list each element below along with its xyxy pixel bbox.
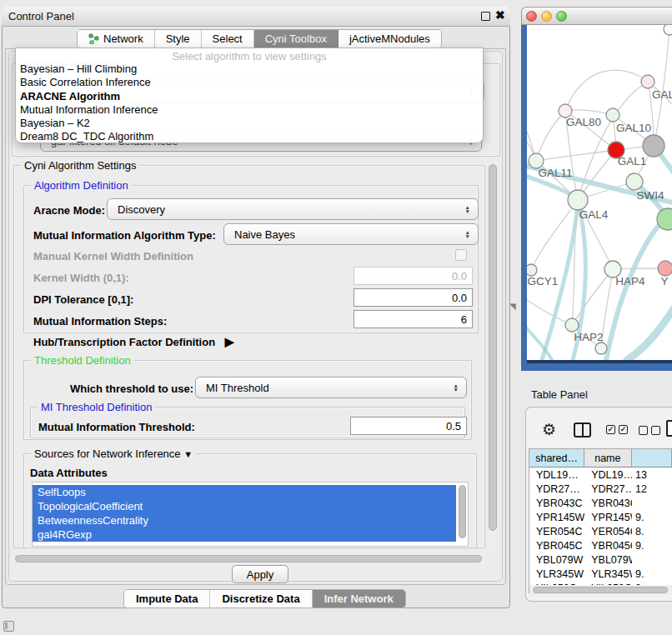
tab-cyni-toolbox[interactable]: Cyni Toolbox — [254, 30, 339, 48]
algorithm-option[interactable]: ARACNE Algorithm — [16, 90, 483, 103]
tab-select[interactable]: Select — [202, 30, 254, 48]
column-header-shared…[interactable]: shared… — [529, 449, 584, 467]
node-hap2[interactable] — [565, 318, 579, 332]
table-row[interactable]: YDL19…YDL19…13 — [529, 468, 672, 482]
node-top-cut[interactable] — [664, 25, 672, 35]
attribute-item-selected[interactable]: BetweennessCentrality — [33, 513, 456, 528]
network-edge[interactable] — [536, 150, 616, 161]
bottom-tab-discretize-data[interactable]: Discretize Data — [210, 590, 312, 608]
apply-button[interactable]: Apply — [232, 565, 288, 583]
bottom-tab-bar: Impute DataDiscretize DataInfer Network — [123, 589, 406, 608]
window-zoom-traffic-icon[interactable] — [556, 11, 567, 22]
node-bottom-cut[interactable] — [595, 342, 607, 354]
node-salmon-cut[interactable] — [658, 261, 672, 276]
unchecked-box-icon — [639, 426, 648, 435]
mi-steps-field[interactable] — [354, 310, 473, 328]
attribute-item-selected[interactable]: gal4RGexp — [33, 528, 456, 542]
settings-hscroll-thumb[interactable] — [15, 555, 482, 562]
window-minimize-traffic-icon[interactable] — [541, 11, 552, 22]
expand-right-icon[interactable]: ▶ — [225, 335, 234, 348]
table-cell: 12 — [632, 482, 672, 496]
sources-group-title[interactable]: Sources for Network Inference ▼ — [31, 448, 196, 460]
network-canvas[interactable]: GALGAL80GAL10GAL1GAL11SWI4GAL4GCY1HAP4YH… — [527, 25, 672, 360]
table-row[interactable]: YLR345WYLR345W9. — [529, 567, 672, 581]
network-edge[interactable] — [536, 111, 565, 161]
kernel-width-field[interactable] — [354, 267, 473, 285]
window-close-traffic-icon[interactable] — [526, 11, 537, 22]
network-edge[interactable] — [572, 269, 613, 325]
network-frame-shadow — [527, 360, 672, 363]
tab-style[interactable]: Style — [155, 30, 202, 48]
hub-section-toggle[interactable]: Hub/Transcription Factor Definition ▶ — [33, 335, 234, 348]
table-row[interactable]: YBR045CYBR045C9. — [529, 538, 672, 552]
algorithm-option[interactable]: Mutual Information Inference — [16, 103, 483, 117]
table-cell: YPR145W — [584, 510, 632, 524]
table-row[interactable]: YPR145WYPR145W9. — [529, 510, 672, 524]
minimized-panel-icon[interactable] — [3, 621, 14, 632]
collapse-down-icon[interactable]: ▼ — [183, 449, 193, 459]
node-gal4-label: GAL4 — [579, 208, 609, 221]
bottom-tab-impute-data[interactable]: Impute Data — [124, 590, 210, 608]
combo-arrows-icon: ▲▼ — [465, 230, 470, 238]
table-hscroll-thumb[interactable] — [533, 587, 668, 593]
attribute-list-scrollbar[interactable] — [459, 485, 466, 538]
table-row[interactable]: YER054CYER054C8. — [529, 524, 672, 538]
network-edge[interactable] — [654, 29, 669, 146]
sash-collapse-icon[interactable]: ◥ — [509, 302, 516, 311]
table-cell: YLR345W — [584, 567, 632, 581]
node-swi4[interactable] — [626, 173, 643, 190]
tab-label: Style — [166, 32, 190, 45]
attribute-item-selected[interactable]: TopologicalCoefficient — [33, 499, 456, 513]
settings-vscroll-thumb[interactable] — [489, 164, 497, 531]
table-settings-gear-icon[interactable]: ⚙ — [542, 420, 556, 439]
combo-arrows-icon: ▲▼ — [465, 205, 470, 213]
kernel-width-label: Kernel Width (0,1): — [33, 272, 129, 284]
node-gal-cut[interactable] — [641, 75, 654, 88]
mi-algorithm-type-combo[interactable]: Naive Bayes ▲▼ — [223, 223, 479, 245]
table-row[interactable]: YBR043CYBR043C — [529, 496, 672, 510]
close-panel-icon[interactable]: ✖ — [495, 8, 505, 22]
table-header-row: shared…name — [529, 449, 672, 468]
document-icon[interactable] — [666, 420, 672, 437]
deselect-all-columns-icon[interactable] — [639, 426, 660, 435]
table-row[interactable]: YBL079WYBL079W — [529, 552, 672, 567]
aracne-mode-combo[interactable]: Discovery ▲▼ — [107, 198, 479, 220]
table-cell: 9. — [632, 538, 672, 552]
tab-network[interactable]: Network — [78, 30, 155, 48]
bottom-tab-infer-network[interactable]: Infer Network — [313, 590, 405, 608]
column-header-name[interactable]: name — [584, 449, 631, 467]
table-cell: YLR345W — [529, 567, 584, 581]
table-row[interactable]: YDR27…YDR27…12 — [529, 482, 672, 496]
column-header-clipped[interactable] — [632, 449, 672, 467]
manual-kernel-checkbox[interactable] — [455, 249, 467, 261]
network-edge[interactable] — [527, 300, 572, 325]
node-gal10[interactable] — [606, 108, 619, 122]
node-swi4-label: SWI4 — [636, 189, 664, 202]
mi-threshold-field[interactable] — [350, 417, 467, 435]
table-cell: 8. — [632, 524, 672, 538]
select-all-columns-icon[interactable]: ✓ ✓ — [606, 425, 628, 434]
tab-bar: NetworkStyleSelectCyni ToolboxjActiveMNo… — [77, 29, 442, 48]
network-edge[interactable] — [627, 305, 672, 360]
which-threshold-combo[interactable]: MI Threshold ▲▼ — [195, 377, 467, 398]
algorithm-option[interactable]: Bayesian – K2 — [16, 117, 483, 130]
attribute-item-selected[interactable]: SelfLoops — [33, 485, 456, 499]
table-cell: YER054C — [529, 524, 584, 538]
node-gray[interactable] — [643, 135, 664, 157]
node-gcy1-label: GCY1 — [528, 275, 559, 288]
mi-algorithm-type-label: Mutual Information Algorithm Type: — [33, 229, 216, 242]
float-panel-icon[interactable] — [481, 12, 490, 21]
algorithm-option[interactable]: Bayesian – Hill Climbing — [16, 62, 483, 76]
table-cell: YBL079W — [584, 552, 632, 567]
algorithm-option[interactable]: Basic Correlation Inference — [16, 76, 483, 89]
algorithm-option[interactable]: Dream8 DC_TDC Algorithm — [16, 130, 483, 143]
table-cell: YBR043C — [584, 496, 632, 510]
threshold-definition-title: Threshold Definition — [31, 354, 134, 367]
node-gcy1[interactable] — [527, 264, 537, 276]
tab-jactivemnodules[interactable]: jActiveMNodules — [339, 30, 441, 48]
control-panel-titlebar[interactable] — [2, 7, 510, 27]
dpi-tolerance-field[interactable] — [354, 288, 473, 307]
table-cell: YBR045C — [529, 538, 584, 552]
column-layout-icon[interactable] — [574, 422, 591, 438]
node-gal4[interactable] — [568, 190, 588, 210]
